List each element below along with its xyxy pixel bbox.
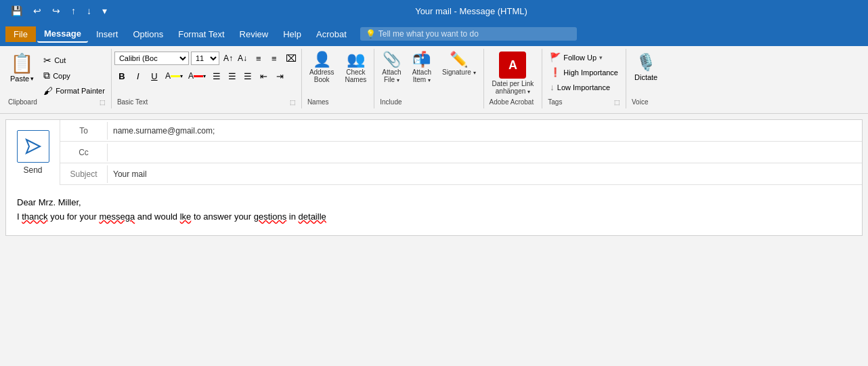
attach-item-button[interactable]: 📬 AttachItem ▾ [408,50,436,85]
paste-dropdown-arrow[interactable]: ▾ [30,75,34,82]
tags-expand-icon[interactable]: ⬚ [614,99,620,106]
acrobat-button[interactable]: A Datei per Linkanhängen ▾ [487,50,540,96]
basic-text-expand-icon[interactable]: ⬚ [290,99,296,106]
menu-help[interactable]: Help [276,26,308,42]
font-family-select[interactable]: Calibri (Boc [114,52,189,65]
align-left-button[interactable]: ☰ [209,68,224,83]
check-names-button[interactable]: 👥 CheckNames [341,50,372,85]
ribbon-group-basic-text: Calibri (Boc 11 A↑ A↓ ≡ ≡ ⌧ [112,49,302,108]
font-decrease-button[interactable]: A↓ [236,52,249,65]
menu-insert[interactable]: Insert [89,26,125,42]
italic-button[interactable]: I [131,68,146,83]
redo-button[interactable]: ↪ [49,4,63,18]
cc-input[interactable] [108,144,862,161]
tags-group-label-row: Tags ⬚ [545,98,623,107]
cc-row: Cc [60,142,862,163]
menu-file[interactable]: File [5,26,36,42]
clipboard-small-buttons: ✂ Cut ⧉ Copy 🖌 Format Painter [40,50,108,98]
clipboard-expand-icon[interactable]: ⬚ [100,99,106,106]
copy-icon: ⧉ [43,70,50,81]
attach-item-icon: 📬 [412,52,431,67]
ribbon-group-tags: 🚩 Follow Up ▾ ❗ High Importance ↓ Low Im… [542,49,626,108]
search-input[interactable] [378,29,571,39]
follow-up-dropdown-icon[interactable]: ▾ [599,54,603,61]
down-button[interactable]: ↓ [84,4,94,18]
check-names-icon: 👥 [347,52,365,67]
low-importance-button[interactable]: ↓ Low Importance [545,80,623,94]
send-button[interactable] [17,130,49,163]
dictate-button[interactable]: 🎙️ Dictate [629,50,663,84]
ribbon-group-names: 👤 AddressBook 👥 CheckNames Names [302,49,374,108]
menu-options[interactable]: Options [126,26,170,42]
misspelled-detaille: detaille [299,211,326,222]
high-importance-button[interactable]: ❗ High Importance [545,65,623,79]
menu-review[interactable]: Review [233,26,276,42]
attach-file-button[interactable]: 📎 AttachFile ▾ [377,50,406,85]
follow-up-button[interactable]: 🚩 Follow Up ▾ [545,50,623,64]
font-color-button[interactable]: A ▾ [186,68,208,83]
to-input[interactable] [108,122,862,140]
acrobat-label: Datei per Linkanhängen ▾ [492,80,534,95]
send-container: Send [6,120,60,185]
highlight-color-button[interactable]: A ▾ [163,68,185,83]
to-row: To [60,120,862,142]
signature-button[interactable]: ✏️ Signature ▾ [437,50,481,78]
copy-button[interactable]: ⧉ Copy [40,68,108,83]
list-buttons: ≡ ≡ [251,51,282,66]
subject-input[interactable] [108,165,862,183]
clipboard-group-label-row: Clipboard ⬚ [5,98,108,107]
attach-item-label: AttachItem ▾ [412,68,431,83]
cut-button[interactable]: ✂ Cut [40,53,108,68]
acrobat-icon: A [499,52,526,79]
cut-icon: ✂ [43,55,51,66]
font-increase-button[interactable]: A↑ [221,52,235,65]
font-size-controls: A↑ A↓ [221,52,249,65]
undo-button[interactable]: ↩ [30,4,44,18]
names-content: 👤 AddressBook 👥 CheckNames [305,50,371,98]
paste-button[interactable]: 📋 Paste ▾ [5,50,39,85]
clear-formatting-button[interactable]: ⌧ [284,51,299,66]
ribbon-group-voice: 🎙️ Dictate Voice [626,49,666,108]
menu-format-text[interactable]: Format Text [171,26,231,42]
follow-up-icon: 🚩 [550,52,561,62]
menu-message[interactable]: Message [37,26,88,43]
paste-area: 📋 Paste ▾ [5,50,39,85]
attach-file-label: AttachFile ▾ [382,68,401,83]
bullets-button[interactable]: ≡ [251,51,266,66]
font-size-select[interactable]: 11 [191,52,219,65]
font-color-dropdown-icon[interactable]: ▾ [203,73,206,79]
menu-acrobat[interactable]: Acrobat [309,26,353,42]
bold-button[interactable]: B [114,68,129,83]
underline-button[interactable]: U [147,68,162,83]
search-box[interactable]: 💡 [360,27,577,41]
format-painter-label: Format Painter [56,87,105,95]
send-label: Send [23,165,42,175]
email-body[interactable]: Dear Mrz. Miller, I thanck you for your … [6,185,862,235]
subject-row: Subject [60,163,862,185]
clipboard-content: 📋 Paste ▾ ✂ Cut ⧉ Copy [5,50,108,98]
title-bar-left: 💾 ↩ ↪ ↑ ↓ ▾ [8,4,110,18]
ribbon: 📋 Paste ▾ ✂ Cut ⧉ Copy [0,46,868,114]
dictate-label: Dictate [634,73,657,81]
qat-dropdown-button[interactable]: ▾ [100,4,110,18]
to-button[interactable]: To [60,122,108,140]
body-line2: I thanck you for your messega and would … [17,210,851,224]
align-center-button[interactable]: ☰ [225,68,240,83]
save-button[interactable]: 💾 [8,4,25,18]
numbering-button[interactable]: ≡ [267,51,282,66]
cc-button[interactable]: Cc [60,144,108,161]
ribbon-row: 📋 Paste ▾ ✂ Cut ⧉ Copy [0,49,868,108]
up-button[interactable]: ↑ [68,4,79,18]
follow-up-label: Follow Up [563,54,596,62]
names-group-label: Names [307,98,329,106]
indent-increase-button[interactable]: ⇥ [273,68,288,83]
address-book-button[interactable]: 👤 AddressBook [305,50,339,85]
highlight-dropdown-icon[interactable]: ▾ [180,73,183,79]
highlight-icon: A [165,71,171,81]
body-line1: Dear Mrz. Miller, [17,196,851,210]
indent-decrease-button[interactable]: ⇤ [257,68,272,83]
align-right-button[interactable]: ☰ [240,68,255,83]
format-painter-button[interactable]: 🖌 Format Painter [40,83,108,98]
menu-bar: File Message Insert Options Format Text … [0,22,868,46]
include-group-label-row: Include [377,98,480,107]
